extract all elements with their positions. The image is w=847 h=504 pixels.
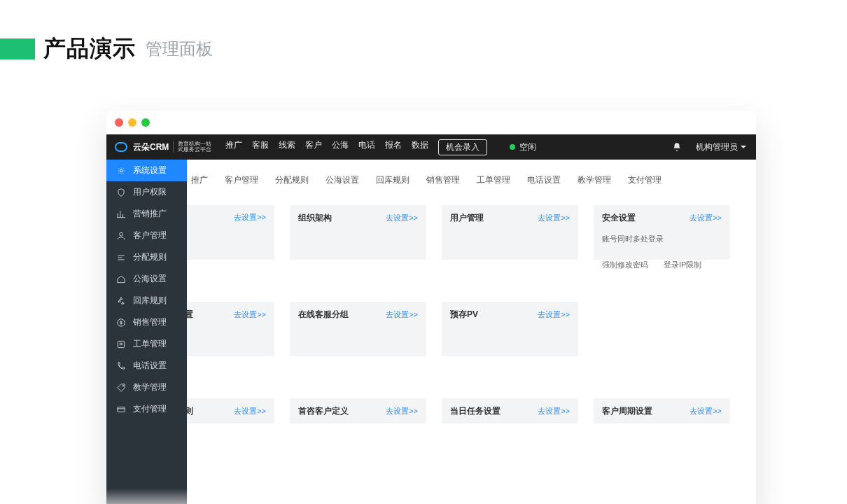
notifications-bell-icon[interactable] [672,142,682,152]
sidebar-item-tickets[interactable]: 工单管理 [106,333,187,355]
card-title: 首咨客户定义 [298,405,349,417]
card-title: 安全设置 [602,212,636,224]
card-title: 则 [187,405,193,417]
rule-icon [116,253,126,262]
svg-point-4 [122,385,124,386]
window-close-dot[interactable] [115,118,123,127]
settings-card-org: 组织架构 去设置>> [290,205,426,260]
card-settings-link[interactable]: 去设置>> [690,406,722,416]
card-title: 组织架构 [298,212,332,224]
sidebar-item-sales[interactable]: 销售管理 [106,312,187,333]
svg-rect-5 [118,407,125,412]
svg-point-0 [120,169,122,172]
shield-icon [116,188,126,197]
svg-point-1 [120,232,123,236]
tab-item[interactable]: 电话设置 [519,169,569,191]
admin-label: 机构管理员 [696,141,738,153]
settings-card: 去设置>> [187,205,274,260]
nav-item[interactable]: 公海 [332,139,349,155]
settings-card-pv: 预存PV 去设置>> [442,302,578,356]
accent-bar [0,38,35,59]
presence-status[interactable]: 空闲 [510,141,536,153]
sidebar-item-return-rules[interactable]: 回库规则 [106,290,187,312]
card-title: 用户管理 [450,212,484,224]
tab-item[interactable]: 推广 [190,169,216,191]
page-subtitle: 管理面板 [146,38,213,60]
sidebar-item-teaching[interactable]: 教学管理 [106,377,187,398]
card-settings-link[interactable]: 去设置>> [538,213,570,223]
settings-card [594,302,730,356]
settings-card: 置 去设置>> [187,302,274,356]
sidebar-item-label: 用户权限 [133,186,167,198]
card-sub-item[interactable]: 强制修改密码 [602,260,648,270]
card-row: 置 去设置>> 在线客服分组 去设置>> 预存PV 去设置>> [187,302,748,356]
app-window: 云朵CRM 教育机构一站 式服务云平台 推广 客服 线索 客户 公海 电话 报名… [106,111,756,504]
window-zoom-dot[interactable] [141,118,150,127]
svg-rect-3 [118,341,124,347]
card-settings-link[interactable]: 去设置>> [386,406,418,416]
card-settings-link[interactable]: 去设置>> [234,212,266,223]
card-title: 客户周期设置 [602,405,652,417]
app-body: 系统设置 用户权限 营销推广 客户管理 [106,160,756,504]
tab-item[interactable]: 工单管理 [468,169,519,191]
admin-menu[interactable]: 机构管理员 [696,141,746,153]
settings-card: 则 去设置>> [187,398,274,424]
settings-card-first-consult: 首咨客户定义 去设置>> [290,398,426,424]
tab-item[interactable]: 公海设置 [317,169,368,191]
tab-item[interactable]: 销售管理 [418,169,468,191]
sidebar-item-payments[interactable]: 支付管理 [106,398,187,420]
card-title: 当日任务设置 [450,405,500,417]
nav-item[interactable]: 推广 [225,139,242,155]
record-button[interactable]: 机会录入 [438,139,487,155]
card-title: 置 [187,309,193,321]
sidebar-item-label: 销售管理 [133,316,167,328]
window-titlebar [106,111,756,134]
card-settings-link[interactable]: 去设置>> [386,213,418,223]
settings-tabs: 推广 客户管理 分配规则 公海设置 回库规则 销售管理 工单管理 电话设置 教学… [187,169,756,198]
tab-item[interactable]: 分配规则 [267,169,317,191]
sidebar-item-label: 教学管理 [133,382,167,393]
tab-item[interactable]: 教学管理 [569,169,620,191]
nav-item[interactable]: 数据 [412,139,428,155]
page-title: 产品演示 [43,34,136,64]
card-settings-link[interactable]: 去设置>> [234,406,266,416]
settings-card-security: 安全设置 去设置>> 账号同时多处登录 强制修改密码 登录IP限制 [594,205,730,260]
card-settings-link[interactable]: 去设置>> [538,406,570,416]
card-icon [116,405,126,414]
settings-card-users: 用户管理 去设置>> [442,205,578,260]
sidebar-item-marketing[interactable]: 营销推广 [106,203,187,225]
nav-item[interactable]: 线索 [279,139,295,155]
nav-item[interactable]: 电话 [358,139,375,155]
card-settings-link[interactable]: 去设置>> [690,213,722,223]
sidebar-item-label: 工单管理 [133,338,167,350]
cloud-icon [115,142,129,152]
card-settings-link[interactable]: 去设置>> [538,309,570,320]
card-settings-link[interactable]: 去设置>> [386,309,418,320]
card-row: 则 去设置>> 首咨客户定义 去设置>> 当日任务设置 去设置>> [187,398,748,424]
sidebar-item-system-settings[interactable]: 系统设置 [106,160,187,181]
tab-item[interactable]: 客户管理 [216,169,267,191]
sidebar-item-label: 系统设置 [133,164,167,176]
card-settings-link[interactable]: 去设置>> [234,309,266,320]
chevron-down-icon [741,146,746,148]
nav-item[interactable]: 报名 [385,139,402,155]
window-minimize-dot[interactable] [128,118,136,127]
sidebar-item-public-pool[interactable]: 公海设置 [106,268,187,290]
tab-item[interactable]: 支付管理 [620,169,670,191]
settings-card-customer-cycle: 客户周期设置 去设置>> [594,398,730,424]
card-sub-item[interactable]: 登录IP限制 [664,260,701,270]
sidebar-item-label: 支付管理 [133,403,167,415]
sidebar-item-assign-rules[interactable]: 分配规则 [106,246,187,268]
sidebar-item-user-permissions[interactable]: 用户权限 [106,181,187,203]
sidebar-item-customer[interactable]: 客户管理 [106,225,187,246]
brand-logo[interactable]: 云朵CRM 教育机构一站 式服务云平台 [111,141,216,153]
nav-item[interactable]: 客户 [305,139,322,155]
tab-item[interactable]: 回库规则 [368,169,418,191]
nav-item[interactable]: 客服 [252,139,269,155]
sidebar-item-label: 公海设置 [133,273,167,285]
sidebar-item-telephony[interactable]: 电话设置 [106,355,187,377]
sales-icon [116,318,126,328]
sidebar: 系统设置 用户权限 营销推广 客户管理 [106,160,187,504]
house-icon [116,274,126,284]
card-sub-item[interactable]: 账号同时多处登录 [602,234,664,244]
